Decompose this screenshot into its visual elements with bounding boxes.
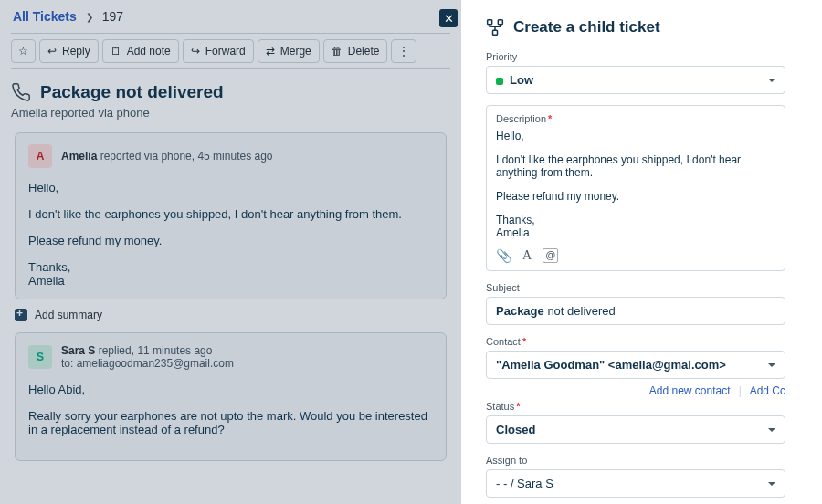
close-button[interactable]: ✕ xyxy=(439,9,458,27)
conversation-customer: A Amelia reported via phone, 45 minutes … xyxy=(15,132,447,299)
kebab-icon: ⋮ xyxy=(398,45,409,58)
priority-select[interactable]: Low xyxy=(486,66,785,94)
description-field: Description* Hello, I don't like the ear… xyxy=(486,105,785,271)
status-value: Closed xyxy=(496,423,535,436)
status-label: Status* xyxy=(486,401,785,412)
star-button[interactable]: ☆ xyxy=(11,39,36,63)
reported-via: Amelia reported via phone xyxy=(11,106,450,120)
ticket-detail-background: All Tickets ❯ 197 ☆ ↩Reply 🗒Add note ↪Fo… xyxy=(0,0,461,504)
add-new-contact-link[interactable]: Add new contact xyxy=(649,384,731,397)
breadcrumb-root-link[interactable]: All Tickets xyxy=(13,9,77,24)
plus-square-icon xyxy=(15,309,27,321)
ticket-toolbar: ☆ ↩Reply 🗒Add note ↪Forward ⇄Merge 🗑Dele… xyxy=(11,33,450,69)
assign-to-value: - - / Sara S xyxy=(496,477,553,490)
create-child-ticket-panel: Create a child ticket Priority Low Descr… xyxy=(468,0,804,504)
add-summary-label: Add summary xyxy=(35,309,102,321)
ticket-subject: Package not delivered xyxy=(40,82,224,102)
add-note-button[interactable]: 🗒Add note xyxy=(102,39,179,63)
reply-label: Reply xyxy=(62,45,90,58)
conv-line: I don't like the earphones you shipped, … xyxy=(28,207,433,221)
contact-select[interactable]: "Amelia Goodman" <amelia@gmal.com> xyxy=(486,351,785,379)
conv-meta: Amelia reported via phone, 45 minutes ag… xyxy=(61,150,273,163)
priority-dot-icon xyxy=(496,78,503,85)
svg-rect-1 xyxy=(498,20,502,25)
status-select[interactable]: Closed xyxy=(486,415,785,444)
contact-value: "Amelia Goodman" <amelia@gmal.com> xyxy=(496,358,726,372)
close-icon: ✕ xyxy=(444,12,454,26)
add-cc-link[interactable]: Add Cc xyxy=(750,384,785,397)
panel-title-text: Create a child ticket xyxy=(513,18,660,37)
merge-icon: ⇄ xyxy=(266,45,275,58)
conv-line: Please refund my money. xyxy=(28,234,433,247)
conv-to: to: ameliagoodman235@gmail.com xyxy=(61,357,234,370)
description-editor[interactable]: Hello, I don't like the earphones you sh… xyxy=(487,124,785,245)
delete-label: Delete xyxy=(348,45,380,58)
chevron-right-icon: ❯ xyxy=(86,12,93,22)
subject-field: Subject Package not delivered xyxy=(486,282,785,325)
conv-line: Really sorry your earphones are not upto… xyxy=(28,409,433,436)
attachment-icon[interactable]: 📎 xyxy=(496,248,511,263)
status-field: Status* Closed xyxy=(486,401,785,444)
more-actions-button[interactable]: ⋮ xyxy=(391,39,416,63)
assign-to-label: Assign to xyxy=(486,455,785,466)
insert-placeholder-icon[interactable]: @ xyxy=(543,248,558,263)
conv-line: Hello Abid, xyxy=(28,383,433,396)
reply-icon: ↩ xyxy=(47,45,57,58)
priority-value: Low xyxy=(510,73,533,87)
contact-label: Contact* xyxy=(486,336,785,347)
child-ticket-icon xyxy=(486,18,504,37)
font-icon[interactable]: A xyxy=(522,248,532,263)
note-icon: 🗒 xyxy=(111,45,121,58)
subject-label: Subject xyxy=(486,282,785,293)
reply-button[interactable]: ↩Reply xyxy=(39,39,99,63)
merge-label: Merge xyxy=(280,45,311,58)
forward-label: Forward xyxy=(206,45,246,58)
star-icon: ☆ xyxy=(18,45,28,58)
editor-toolbar: 📎 A @ xyxy=(487,245,785,270)
contact-actions: Add new contact | Add Cc xyxy=(486,384,785,397)
avatar: A xyxy=(28,144,52,168)
forward-button[interactable]: ↪Forward xyxy=(183,39,254,63)
priority-field: Priority Low xyxy=(486,51,785,94)
conversation-agent: S Sara S replied, 11 minutes ago to: ame… xyxy=(15,332,447,461)
separator: | xyxy=(739,384,742,397)
phone-icon xyxy=(11,82,31,102)
forward-icon: ↪ xyxy=(191,45,200,58)
trash-icon: 🗑 xyxy=(332,45,342,58)
subject-input[interactable]: Package not delivered xyxy=(486,297,785,325)
assign-to-field: Assign to - - / Sara S xyxy=(486,455,785,498)
merge-button[interactable]: ⇄Merge xyxy=(258,39,320,63)
conv-line: Hello, xyxy=(28,181,433,194)
subject-row: Package not delivered xyxy=(11,82,450,102)
add-note-label: Add note xyxy=(127,45,171,58)
conv-line: Thanks, xyxy=(28,260,433,274)
add-summary-button[interactable]: Add summary xyxy=(15,309,447,321)
panel-title: Create a child ticket xyxy=(486,11,785,37)
breadcrumb-ticket-id: 197 xyxy=(102,9,123,24)
avatar: S xyxy=(28,345,52,369)
conv-line: Amelia xyxy=(28,274,433,288)
description-label: Description* xyxy=(487,106,785,124)
svg-rect-2 xyxy=(493,30,498,35)
priority-label: Priority xyxy=(486,51,785,62)
delete-button[interactable]: 🗑Delete xyxy=(323,39,388,63)
breadcrumb: All Tickets ❯ 197 xyxy=(11,0,450,33)
contact-field: Contact* "Amelia Goodman" <amelia@gmal.c… xyxy=(486,336,785,397)
conv-meta: Sara S replied, 11 minutes ago xyxy=(61,344,234,357)
svg-rect-0 xyxy=(488,20,492,25)
assign-to-select[interactable]: - - / Sara S xyxy=(486,469,785,498)
